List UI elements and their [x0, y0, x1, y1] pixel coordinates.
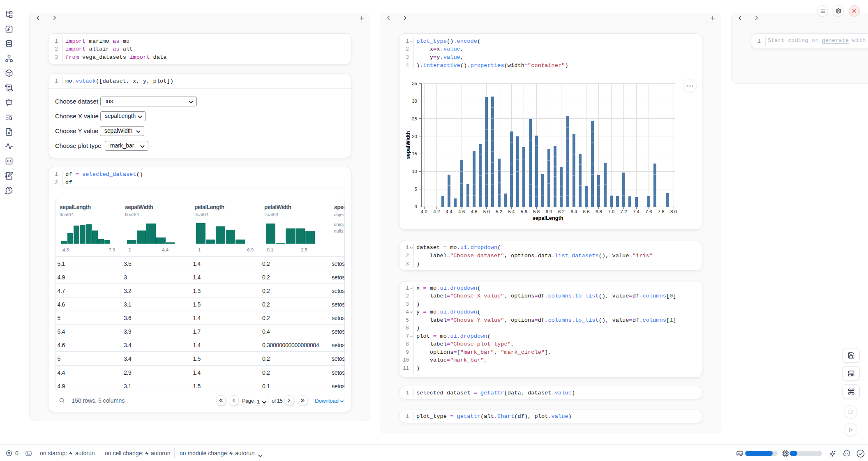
svg-text:5: 5 — [415, 187, 417, 191]
svg-text:4.2: 4.2 — [433, 209, 440, 214]
svg-text:0: 0 — [415, 204, 417, 209]
svg-text:6.4: 6.4 — [570, 209, 577, 214]
svg-text:6.8: 6.8 — [596, 209, 602, 214]
svg-text:7.4: 7.4 — [633, 209, 640, 214]
svg-text:15: 15 — [412, 151, 417, 156]
svg-text:7.0: 7.0 — [608, 209, 614, 214]
svg-text:4.6: 4.6 — [458, 209, 465, 214]
svg-text:4.0: 4.0 — [421, 209, 427, 214]
svg-text:30: 30 — [412, 99, 417, 104]
svg-text:6.0: 6.0 — [546, 209, 552, 214]
svg-text:6.6: 6.6 — [583, 209, 590, 214]
svg-text:4.8: 4.8 — [471, 209, 477, 214]
svg-text:4.4: 4.4 — [446, 209, 453, 214]
svg-text:5.4: 5.4 — [508, 209, 515, 214]
svg-text:35: 35 — [412, 81, 417, 86]
svg-text:5.6: 5.6 — [521, 209, 527, 214]
svg-text:6.2: 6.2 — [558, 209, 565, 214]
svg-text:5.8: 5.8 — [533, 209, 540, 214]
svg-text:7.6: 7.6 — [645, 209, 652, 214]
svg-text:5.2: 5.2 — [496, 209, 502, 214]
svg-text:sepalLength: sepalLength — [532, 215, 563, 221]
svg-text:7.2: 7.2 — [621, 209, 627, 214]
svg-text:7.8: 7.8 — [658, 209, 665, 214]
svg-text:5.0: 5.0 — [483, 209, 490, 214]
svg-text:8.0: 8.0 — [670, 209, 677, 214]
svg-text:20: 20 — [412, 134, 417, 139]
svg-text:10: 10 — [412, 169, 417, 174]
svg-text:sepalWidth: sepalWidth — [405, 131, 411, 159]
svg-text:25: 25 — [412, 116, 417, 121]
